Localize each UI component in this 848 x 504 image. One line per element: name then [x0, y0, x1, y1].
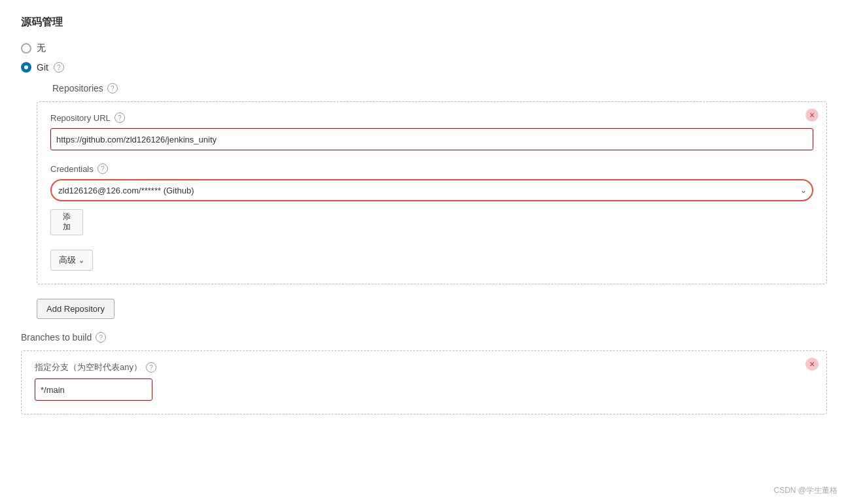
repositories-section: Repositories ? × Repository URL ? Creden… [37, 83, 827, 332]
repositories-label: Repositories ? [52, 83, 827, 93]
add-credential-button[interactable]: 添 加 [50, 209, 83, 235]
credentials-label-text: Credentials [50, 164, 94, 174]
credentials-help-icon[interactable]: ? [97, 163, 108, 174]
branches-section: Branches to build ? × 指定分支（为空时代表any） ? [21, 332, 827, 414]
git-help-icon[interactable]: ? [54, 62, 64, 73]
branches-label-text: Branches to build [21, 332, 92, 343]
git-radio-dot-inner [24, 65, 28, 69]
branches-help-icon[interactable]: ? [96, 332, 106, 343]
branch-field-label-text: 指定分支（为空时代表any） [35, 361, 142, 373]
git-radio-button[interactable] [21, 62, 31, 73]
advanced-button[interactable]: 高级 ⌄ [50, 250, 93, 271]
repo-url-field-label: Repository URL ? [50, 112, 813, 123]
add-repository-label: Add Repository [46, 304, 105, 314]
add-credential-label: 添 加 [63, 212, 71, 232]
branch-input[interactable] [35, 378, 152, 401]
repository-box: × Repository URL ? Credentials ? zld1261… [37, 101, 827, 284]
remove-branch-button[interactable]: × [805, 358, 819, 371]
credentials-select[interactable]: zld126126@126.com/****** (Github) [50, 179, 813, 201]
branch-box: × 指定分支（为空时代表any） ? [21, 350, 827, 414]
advanced-chevron-icon: ⌄ [79, 256, 84, 265]
repositories-label-text: Repositories [52, 83, 103, 93]
repo-url-label-text: Repository URL [50, 113, 111, 123]
repo-url-help-icon[interactable]: ? [115, 112, 125, 123]
none-radio-row[interactable]: 无 [21, 42, 827, 54]
branch-field-label: 指定分支（为空时代表any） ? [35, 361, 813, 373]
none-radio-label: 无 [37, 42, 46, 54]
branches-to-build-label: Branches to build ? [21, 332, 827, 343]
advanced-label: 高级 [59, 254, 76, 266]
repositories-help-icon[interactable]: ? [107, 83, 118, 93]
git-radio-row[interactable]: Git ? [21, 62, 827, 73]
none-radio-button[interactable] [21, 43, 31, 54]
credentials-select-wrapper: zld126126@126.com/****** (Github) ⌄ [50, 179, 813, 201]
git-radio-label: Git [37, 62, 48, 73]
branch-field-help-icon[interactable]: ? [146, 362, 156, 373]
add-repository-button[interactable]: Add Repository [37, 299, 115, 319]
credentials-field-label: Credentials ? [50, 163, 813, 174]
remove-repository-button[interactable]: × [805, 109, 819, 122]
repo-url-input[interactable] [50, 128, 813, 150]
page-title: 源码管理 [21, 16, 827, 29]
